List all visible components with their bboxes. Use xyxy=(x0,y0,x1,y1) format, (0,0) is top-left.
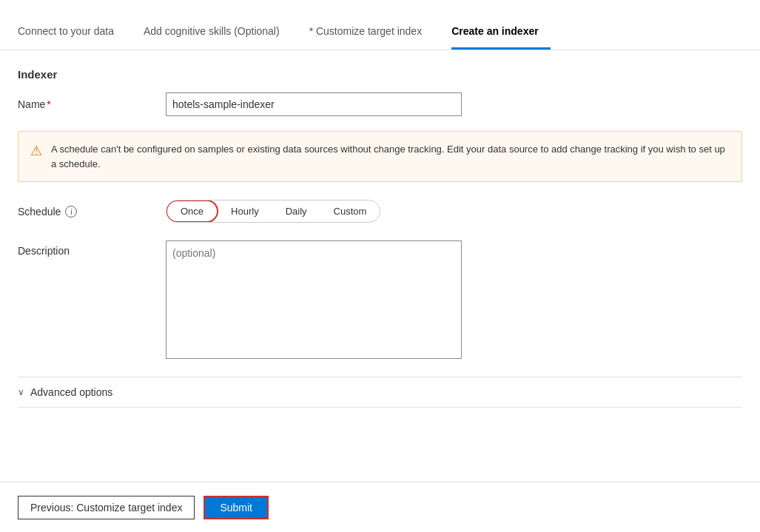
warning-icon: ⚠ xyxy=(30,143,42,159)
schedule-custom[interactable]: Custom xyxy=(320,201,380,221)
tab-customize[interactable]: * Customize target index xyxy=(309,25,434,50)
prev-button[interactable]: Previous: Customize target index xyxy=(18,496,195,519)
schedule-group: Once Hourly Daily Custom xyxy=(166,200,380,223)
schedule-info-icon[interactable]: i xyxy=(65,206,77,218)
main-content: Indexer Name* ⚠ A schedule can't be conf… xyxy=(0,50,760,408)
submit-button[interactable]: Submit xyxy=(204,496,269,519)
tab-indexer[interactable]: Create an indexer xyxy=(451,25,551,50)
chevron-down-icon: ∨ xyxy=(18,387,24,397)
schedule-daily[interactable]: Daily xyxy=(272,201,320,221)
warning-box: ⚠ A schedule can't be configured on samp… xyxy=(18,131,742,182)
warning-text: A schedule can't be configured on sample… xyxy=(51,142,730,171)
name-input[interactable] xyxy=(166,92,462,116)
name-row: Name* xyxy=(18,92,742,116)
tab-connect[interactable]: Connect to your data xyxy=(18,25,126,50)
schedule-hourly[interactable]: Hourly xyxy=(218,201,272,221)
footer: Previous: Customize target index Submit xyxy=(0,482,760,532)
tab-cognitive[interactable]: Add cognitive skills (Optional) xyxy=(144,25,292,50)
schedule-row: Schedule i Once Hourly Daily Custom xyxy=(18,200,742,223)
description-label: Description xyxy=(18,240,166,257)
advanced-options-label: Advanced options xyxy=(30,386,112,398)
description-input[interactable] xyxy=(166,240,462,359)
description-row: Description xyxy=(18,240,742,359)
schedule-once[interactable]: Once xyxy=(166,200,218,223)
schedule-label: Schedule i xyxy=(18,206,166,218)
top-nav: Connect to your data Add cognitive skill… xyxy=(0,0,760,50)
required-star: * xyxy=(47,98,50,110)
section-heading: Indexer xyxy=(18,68,742,81)
name-label: Name* xyxy=(18,98,166,110)
advanced-options-row[interactable]: ∨ Advanced options xyxy=(18,377,742,408)
